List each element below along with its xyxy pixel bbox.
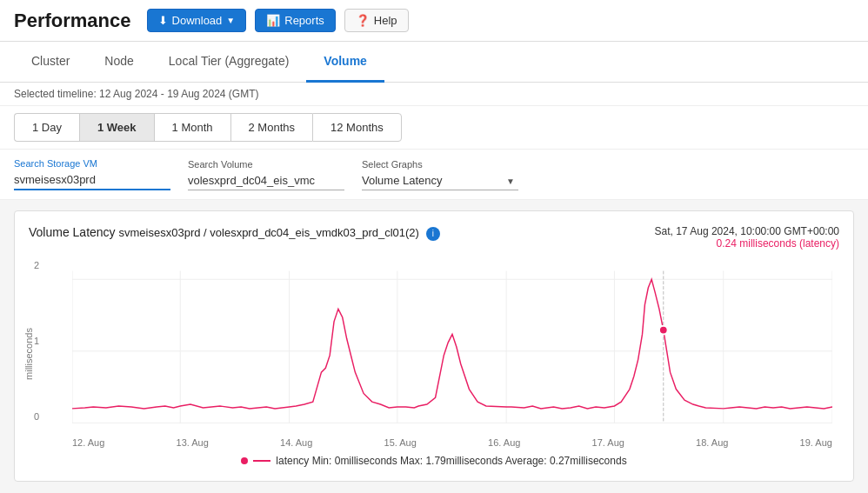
chevron-down-icon: ▼ xyxy=(226,16,235,25)
x-label-16aug: 16. Aug xyxy=(488,437,520,448)
timeline-range: 12 Aug 2024 - 19 Aug 2024 (GMT) xyxy=(99,88,258,100)
reports-button[interactable]: 📊 Reports xyxy=(255,9,336,32)
y-axis-label: milliseconds xyxy=(23,328,34,380)
x-label-12aug: 12. Aug xyxy=(72,437,104,448)
reports-icon: 📊 xyxy=(266,14,280,27)
page-title: Performance xyxy=(14,10,131,32)
y-label-1: 1 xyxy=(34,336,39,346)
chart-timestamp: Sat, 17 Aug 2024, 10:00:00 GMT+00:00 xyxy=(655,225,840,237)
tab-cluster[interactable]: Cluster xyxy=(14,42,87,83)
time-btn-2months[interactable]: 2 Months xyxy=(230,113,312,142)
time-btn-1week[interactable]: 1 Week xyxy=(79,113,154,142)
filters-row: Search Storage VM Search Volume Select G… xyxy=(0,150,868,200)
x-label-14aug: 14. Aug xyxy=(280,437,312,448)
x-label-17aug: 17. Aug xyxy=(592,437,624,448)
tab-local-tier[interactable]: Local Tier (Aggregate) xyxy=(151,42,307,83)
graphs-label: Select Graphs xyxy=(362,159,518,170)
storage-vm-input[interactable] xyxy=(14,170,170,190)
time-btn-1day[interactable]: 1 Day xyxy=(14,113,79,142)
chart-area: Volume Latency svmeisesx03prd / volesxpr… xyxy=(14,210,854,482)
chart-latency-value: 0.24 milliseconds (latency) xyxy=(655,237,840,250)
info-icon[interactable]: i xyxy=(426,227,440,241)
graphs-filter: Select Graphs Volume Latency Volume IOPS… xyxy=(362,159,518,190)
help-icon: ❓ xyxy=(356,14,370,27)
volume-label: Search Volume xyxy=(188,159,344,170)
storage-vm-filter: Search Storage VM xyxy=(14,158,170,190)
legend-dot xyxy=(241,457,248,464)
timeline-label: Selected timeline: xyxy=(14,88,97,100)
tab-node[interactable]: Node xyxy=(87,42,150,83)
legend-dash xyxy=(253,460,270,462)
legend-text: latency Min: 0milliseconds Max: 1.79mill… xyxy=(276,455,626,467)
time-btn-1month[interactable]: 1 Month xyxy=(154,113,230,142)
time-range-bar: 1 Day 1 Week 1 Month 2 Months 12 Months xyxy=(0,106,868,150)
selected-point xyxy=(659,326,668,335)
tab-volume[interactable]: Volume xyxy=(306,42,384,83)
chart-title: Volume Latency svmeisesx03prd / volesxpr… xyxy=(29,225,440,239)
time-btn-12months[interactable]: 12 Months xyxy=(312,113,402,142)
graphs-select[interactable]: Volume Latency Volume IOPS Volume Throug… xyxy=(362,171,518,190)
download-button[interactable]: ⬇ Download ▼ xyxy=(147,9,247,32)
x-label-19aug: 19. Aug xyxy=(800,437,832,448)
latency-line xyxy=(72,279,832,409)
x-label-15aug: 15. Aug xyxy=(384,437,417,448)
y-label-0: 0 xyxy=(34,411,39,422)
chart-svg xyxy=(72,260,832,434)
y-label-2: 2 xyxy=(34,260,39,270)
chart-subtitle: svmeisesx03prd / volesxprd_dc04_eis_vmdk… xyxy=(119,226,419,239)
storage-vm-label: Search Storage VM xyxy=(14,158,170,169)
help-button[interactable]: ❓ Help xyxy=(344,9,409,32)
x-label-18aug: 18. Aug xyxy=(696,437,728,448)
download-icon: ⬇ xyxy=(158,14,168,27)
volume-filter: Search Volume xyxy=(188,159,344,190)
timeline-bar: Selected timeline: 12 Aug 2024 - 19 Aug … xyxy=(0,83,868,106)
x-label-13aug: 13. Aug xyxy=(177,437,209,448)
tabs-nav: Cluster Node Local Tier (Aggregate) Volu… xyxy=(0,42,868,83)
volume-input[interactable] xyxy=(188,171,344,190)
chart-legend: latency Min: 0milliseconds Max: 1.79mill… xyxy=(29,455,839,467)
chart-container: 2 1 0 milliseconds xyxy=(72,260,832,448)
